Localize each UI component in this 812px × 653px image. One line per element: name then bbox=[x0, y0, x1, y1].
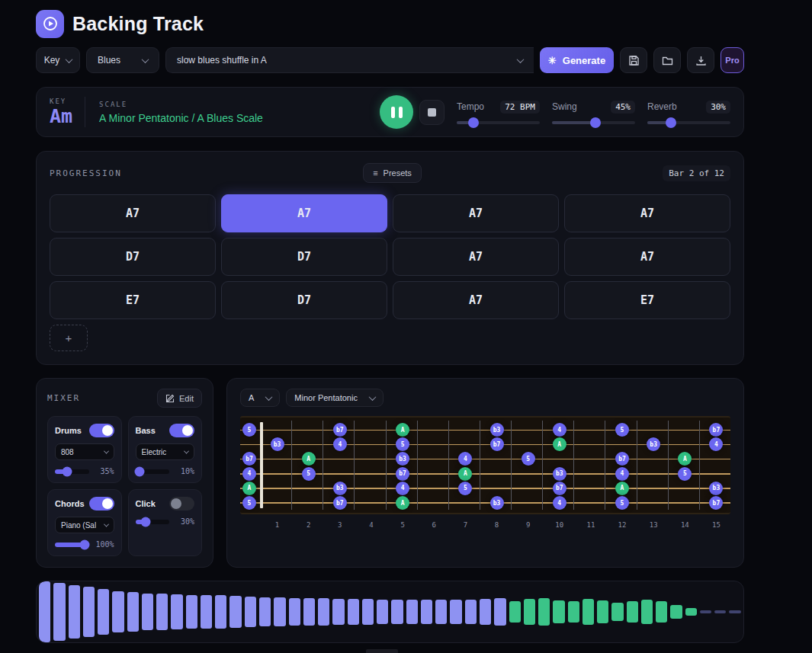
key-dropdown[interactable]: Key bbox=[36, 47, 80, 73]
download-button[interactable] bbox=[687, 47, 714, 73]
note-marker-root[interactable]: A bbox=[242, 482, 256, 495]
save-button[interactable] bbox=[620, 47, 647, 73]
waveform-bar bbox=[656, 601, 667, 623]
slider-track[interactable] bbox=[647, 121, 730, 124]
slider-track[interactable] bbox=[457, 121, 540, 124]
chord-cell[interactable]: A7 bbox=[564, 238, 730, 276]
channel-toggle[interactable] bbox=[89, 497, 114, 511]
chord-cell[interactable]: A7 bbox=[393, 194, 559, 232]
note-marker[interactable]: b3 bbox=[647, 437, 660, 451]
note-marker[interactable]: 4 bbox=[396, 482, 409, 495]
note-marker[interactable]: 5 bbox=[396, 437, 409, 451]
note-marker[interactable]: 5 bbox=[458, 482, 472, 495]
note-marker[interactable]: b3 bbox=[490, 496, 504, 510]
note-marker[interactable]: 5 bbox=[242, 496, 256, 510]
chord-cell-active[interactable]: A7 bbox=[221, 194, 387, 232]
chord-cell[interactable]: D7 bbox=[221, 281, 387, 319]
note-marker-root[interactable]: A bbox=[396, 496, 409, 510]
add-chord-button[interactable]: + bbox=[50, 325, 88, 351]
note-marker[interactable]: b7 bbox=[615, 452, 629, 466]
fretboard[interactable]: 5b7Ab345b7b345b7Ab34b7Ab345b7A45b7Ab345A… bbox=[240, 416, 730, 514]
note-marker-root[interactable]: A bbox=[678, 452, 692, 466]
note-marker[interactable]: 4 bbox=[333, 437, 347, 451]
chord-cell[interactable]: A7 bbox=[564, 194, 730, 232]
pro-badge-button[interactable]: Pro bbox=[721, 47, 744, 73]
note-marker[interactable]: 5 bbox=[615, 423, 629, 437]
slider-thumb[interactable] bbox=[666, 117, 676, 128]
chord-cell[interactable]: E7 bbox=[50, 281, 216, 319]
note-marker[interactable]: 5 bbox=[242, 423, 256, 437]
note-marker[interactable]: b7 bbox=[396, 467, 409, 481]
mixer-edit-label: Edit bbox=[179, 394, 194, 403]
note-marker[interactable]: 5 bbox=[678, 467, 692, 481]
note-marker[interactable]: b3 bbox=[709, 482, 723, 495]
chord-cell[interactable]: A7 bbox=[50, 194, 216, 232]
genre-dropdown[interactable]: Blues bbox=[86, 47, 159, 73]
waveform-display[interactable] bbox=[36, 581, 744, 643]
note-marker[interactable]: 5 bbox=[302, 467, 316, 481]
note-marker[interactable]: b7 bbox=[242, 452, 256, 466]
note-marker[interactable]: b3 bbox=[271, 437, 284, 451]
open-folder-button[interactable] bbox=[653, 47, 681, 73]
presets-button[interactable]: ≡ Presets bbox=[363, 163, 422, 183]
note-marker[interactable]: 4 bbox=[709, 437, 723, 451]
chord-cell[interactable]: D7 bbox=[221, 238, 387, 276]
slider-thumb[interactable] bbox=[590, 117, 601, 128]
note-marker-root[interactable]: A bbox=[553, 437, 566, 451]
fret-wire bbox=[417, 421, 418, 510]
channel-volume-slider[interactable] bbox=[136, 469, 170, 474]
chord-cell[interactable]: D7 bbox=[50, 238, 216, 276]
chord-cell[interactable]: A7 bbox=[393, 238, 559, 276]
channel-volume-knob[interactable] bbox=[62, 466, 72, 476]
note-marker[interactable]: b7 bbox=[553, 482, 566, 495]
chord-grid: A7A7A7A7D7D7A7A7E7D7A7E7 bbox=[50, 194, 730, 319]
key-value: Am bbox=[50, 106, 72, 127]
channel-volume-slider[interactable] bbox=[136, 520, 170, 524]
channel-volume-knob[interactable] bbox=[134, 466, 144, 476]
channel-toggle[interactable] bbox=[169, 497, 194, 511]
channel-volume-slider[interactable] bbox=[55, 469, 89, 474]
channel-toggle[interactable] bbox=[169, 424, 194, 437]
note-marker-root[interactable]: A bbox=[396, 423, 409, 437]
fretboard-root-dropdown[interactable]: A bbox=[240, 389, 280, 407]
note-marker-root[interactable]: A bbox=[615, 482, 629, 495]
note-marker[interactable]: 4 bbox=[242, 467, 256, 481]
chord-cell[interactable]: A7 bbox=[393, 281, 559, 319]
note-marker-root[interactable]: A bbox=[458, 467, 472, 481]
stop-button[interactable] bbox=[419, 100, 445, 125]
note-marker[interactable]: 4 bbox=[553, 496, 566, 510]
chord-cell[interactable]: E7 bbox=[564, 281, 730, 319]
channel-volume-slider[interactable] bbox=[55, 543, 89, 547]
plus-icon: + bbox=[66, 331, 72, 344]
note-marker[interactable]: 5 bbox=[522, 452, 535, 466]
fret-wire bbox=[668, 421, 669, 510]
prompt-input[interactable]: slow blues shuffle in A bbox=[165, 47, 534, 73]
slider-thumb[interactable] bbox=[468, 117, 479, 128]
waveform-bar bbox=[274, 597, 285, 626]
note-marker[interactable]: 4 bbox=[458, 452, 472, 466]
slider-track[interactable] bbox=[552, 121, 635, 124]
note-marker[interactable]: b7 bbox=[333, 496, 347, 510]
mixer-edit-button[interactable]: Edit bbox=[157, 389, 202, 408]
note-marker[interactable]: b3 bbox=[553, 467, 566, 481]
pause-button[interactable] bbox=[380, 95, 413, 129]
note-marker[interactable]: b7 bbox=[709, 423, 723, 437]
fretboard-scale-dropdown[interactable]: Minor Pentatonic bbox=[286, 389, 384, 407]
note-marker[interactable]: b7 bbox=[709, 496, 723, 510]
channel-volume-knob[interactable] bbox=[140, 517, 150, 527]
note-marker[interactable]: b3 bbox=[333, 482, 347, 495]
note-marker[interactable]: b3 bbox=[490, 423, 504, 437]
channel-preset-dropdown[interactable]: Piano (Sal bbox=[55, 517, 114, 533]
note-marker[interactable]: 4 bbox=[615, 467, 629, 481]
generate-button[interactable]: ✳ Generate bbox=[540, 47, 614, 73]
channel-volume-knob[interactable] bbox=[80, 539, 90, 549]
channel-preset-dropdown[interactable]: 808 bbox=[55, 443, 114, 460]
note-marker[interactable]: b7 bbox=[490, 437, 504, 451]
note-marker[interactable]: b3 bbox=[396, 452, 409, 466]
note-marker-root[interactable]: A bbox=[302, 452, 316, 466]
channel-toggle[interactable] bbox=[89, 424, 114, 437]
note-marker[interactable]: b7 bbox=[333, 423, 347, 437]
note-marker[interactable]: 4 bbox=[553, 423, 566, 437]
channel-preset-dropdown[interactable]: Electric bbox=[136, 443, 195, 460]
note-marker[interactable]: 5 bbox=[615, 496, 629, 510]
